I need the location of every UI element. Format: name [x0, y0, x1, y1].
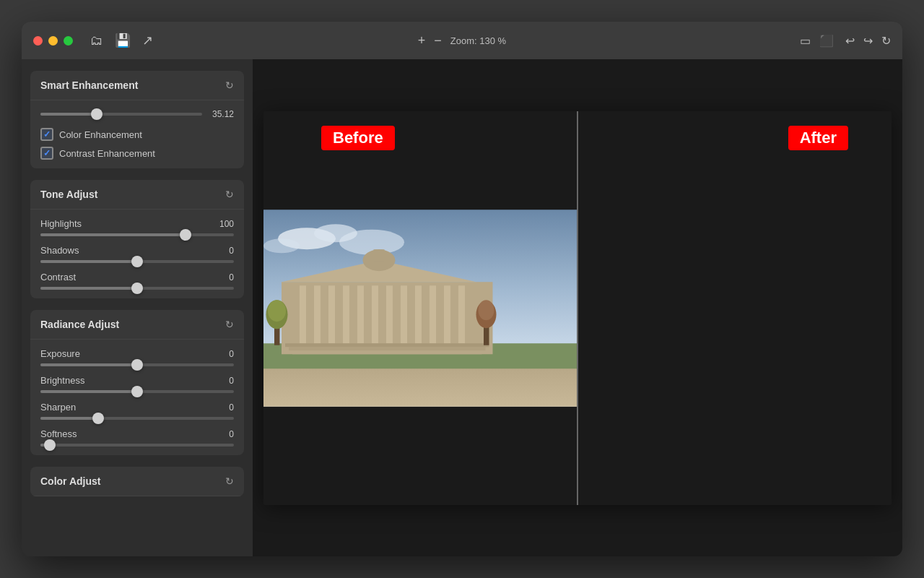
exposure-thumb[interactable] [131, 359, 143, 371]
tone-adjust-reset[interactable]: ↻ [225, 189, 234, 200]
svg-point-28 [268, 300, 286, 322]
shadows-slider[interactable] [40, 260, 234, 263]
smart-enhancement-title: Smart Enhancement [40, 79, 138, 91]
smart-enhancement-panel: Smart Enhancement ↻ 35.12 [30, 71, 244, 168]
color-adjust-reset[interactable]: ↻ [225, 475, 234, 487]
highlights-thumb[interactable] [180, 229, 191, 241]
softness-thumb[interactable] [44, 439, 56, 451]
split-divider[interactable] [577, 111, 578, 505]
before-image-svg [263, 111, 578, 505]
main-content: Smart Enhancement ↻ 35.12 [22, 59, 902, 556]
contrast-enhancement-checkbox[interactable] [40, 147, 53, 160]
softness-slider[interactable] [40, 444, 234, 447]
radiance-adjust-reset[interactable]: ↻ [225, 319, 234, 330]
redo-icon[interactable]: ↪ [863, 34, 873, 48]
sidebar: Smart Enhancement ↻ 35.12 [22, 59, 253, 556]
color-adjust-title: Color Adjust [40, 475, 100, 487]
exposure-section: Exposure 0 [40, 348, 234, 366]
svg-rect-6 [263, 368, 578, 407]
refresh-icon[interactable]: ↻ [881, 34, 891, 48]
exposure-label-row: Exposure 0 [40, 348, 234, 359]
brightness-value: 0 [229, 376, 234, 386]
color-adjust-panel: Color Adjust ↻ [30, 467, 244, 496]
highlights-slider[interactable] [40, 233, 234, 236]
smart-enhancement-slider[interactable] [40, 113, 202, 116]
svg-rect-11 [343, 285, 349, 343]
highlights-fill [40, 233, 186, 236]
zoom-out-button[interactable]: − [434, 34, 442, 47]
smart-slider-thumb[interactable] [91, 108, 103, 120]
highlights-label-row: Highlights 100 [40, 218, 234, 229]
app-window: 🗂 💾 ↗ + − Zoom: 130 % ▭ ⬛ ↩ ↪ ↻ [22, 22, 902, 556]
canvas-area: Before After [253, 59, 902, 556]
brightness-label: Brightness [40, 375, 84, 386]
softness-label: Softness [40, 428, 77, 439]
radiance-adjust-body: Exposure 0 Brightness 0 [30, 340, 244, 455]
shadows-section: Shadows 0 [40, 245, 234, 263]
shadows-thumb[interactable] [131, 256, 143, 267]
after-image-half [578, 111, 892, 505]
color-enhancement-checkbox[interactable] [40, 128, 53, 141]
exposure-label: Exposure [40, 348, 80, 359]
brightness-thumb[interactable] [131, 386, 143, 397]
export-icon[interactable]: ↗ [142, 33, 153, 48]
sharpen-thumb[interactable] [92, 413, 104, 424]
smart-enhancement-body: 35.12 Color Enhancement Contrast Enhance… [30, 100, 244, 168]
contrast-label: Contrast [40, 272, 76, 282]
softness-label-row: Softness 0 [40, 428, 234, 439]
minimize-button[interactable] [48, 36, 58, 46]
after-label: After [788, 126, 848, 150]
split-view-icon[interactable]: ⬛ [819, 34, 834, 48]
shadows-label: Shadows [40, 245, 79, 256]
save-icon[interactable]: 💾 [115, 33, 131, 48]
radiance-adjust-title: Radiance Adjust [40, 319, 119, 330]
svg-point-4 [263, 238, 300, 253]
svg-rect-22 [374, 249, 385, 262]
maximize-button[interactable] [64, 36, 73, 46]
shadows-fill [40, 260, 137, 263]
sharpen-slider[interactable] [40, 417, 234, 420]
contrast-label-row: Contrast 0 [40, 272, 234, 282]
svg-point-31 [479, 300, 494, 320]
before-label: Before [321, 126, 395, 150]
title-bar-right: ▭ ⬛ ↩ ↪ ↻ [800, 34, 891, 48]
exposure-value: 0 [229, 349, 234, 359]
view-icons: ▭ ⬛ [800, 34, 834, 48]
svg-rect-13 [372, 285, 378, 343]
svg-rect-18 [444, 285, 450, 343]
smart-slider-wrap [40, 113, 202, 116]
svg-rect-23 [285, 343, 489, 347]
sharpen-value: 0 [229, 402, 234, 413]
close-button[interactable] [33, 36, 43, 46]
contrast-slider[interactable] [40, 287, 234, 290]
brightness-slider[interactable] [40, 390, 234, 393]
tone-adjust-body: Highlights 100 Shadows 0 [30, 210, 244, 298]
svg-rect-14 [386, 285, 393, 343]
svg-rect-12 [357, 285, 364, 343]
contrast-section: Contrast 0 [40, 272, 234, 290]
open-folder-icon[interactable]: 🗂 [90, 33, 103, 48]
title-bar-file-icons: 🗂 💾 ↗ [90, 33, 153, 48]
sharpen-label-row: Sharpen 0 [40, 402, 234, 413]
smart-slider-row: 35.12 [40, 109, 234, 119]
shadows-value: 0 [229, 246, 234, 256]
smart-slider-fill [40, 113, 97, 116]
smart-enhancement-reset[interactable]: ↻ [225, 79, 234, 91]
exposure-fill [40, 363, 137, 366]
radiance-adjust-panel: Radiance Adjust ↻ Exposure 0 [30, 310, 244, 455]
single-view-icon[interactable]: ▭ [800, 34, 811, 48]
sharpen-section: Sharpen 0 [40, 402, 234, 420]
color-adjust-header: Color Adjust ↻ [30, 467, 244, 496]
highlights-label: Highlights [40, 218, 82, 229]
brightness-fill [40, 390, 137, 393]
tone-adjust-panel: Tone Adjust ↻ Highlights 100 [30, 180, 244, 298]
svg-rect-16 [415, 285, 422, 343]
exposure-slider[interactable] [40, 363, 234, 366]
svg-rect-9 [314, 285, 321, 343]
contrast-thumb[interactable] [131, 282, 143, 294]
zoom-in-button[interactable]: + [418, 34, 426, 47]
highlights-section: Highlights 100 [40, 218, 234, 236]
smart-enhancement-value: 35.12 [208, 109, 234, 119]
svg-rect-19 [458, 285, 465, 343]
undo-icon[interactable]: ↩ [845, 34, 855, 48]
